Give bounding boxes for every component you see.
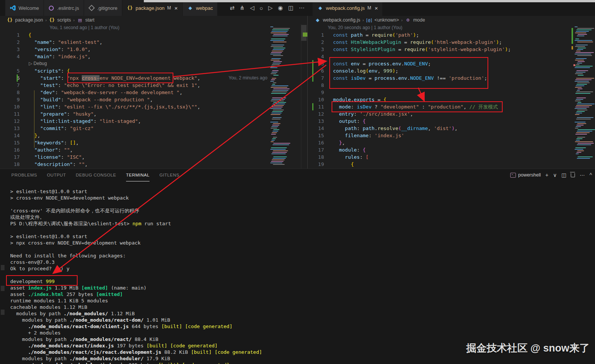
breadcrumb-item[interactable]: mode xyxy=(413,17,425,23)
panel-tab-output[interactable]: OUTPUT xyxy=(47,169,66,181)
tab-webpac[interactable]: ◆webpac xyxy=(183,0,218,16)
tab-welcome[interactable]: Welcome xyxy=(5,0,44,16)
terminal-output[interactable]: > eslient-test@1.0.0 start> cross-env NO… xyxy=(0,181,595,364)
minimap-line xyxy=(575,26,578,27)
panel-tab-debug-console[interactable]: DEBUG CONSOLE xyxy=(76,169,116,181)
code-line[interactable]: 9 "build": "webpack --mode production ", xyxy=(0,96,307,103)
breadcrumb[interactable]: ◆webpack.config.js›[@]<unknown>›⚙mode xyxy=(308,16,595,24)
json-icon: {} xyxy=(7,17,13,23)
text-segment: { xyxy=(363,147,366,153)
minimap-line xyxy=(270,122,278,122)
text-segment: ./node_modules/scheduler/index.js xyxy=(28,362,126,364)
code-line[interactable]: 2const HtmlWebpackPlugin = require('html… xyxy=(308,39,595,46)
new-terminal-icon[interactable]: + xyxy=(545,172,548,178)
code-area[interactable]: You, 1 second ago | 1 author (You)1{2 "n… xyxy=(0,24,307,169)
change-dot-icon[interactable]: ○ xyxy=(260,5,263,11)
tab--gitignore[interactable]: .gitignore xyxy=(84,0,122,16)
code-line[interactable]: 2 "name": "eslient-test", xyxy=(0,39,307,46)
breadcrumb-item[interactable]: scripts xyxy=(57,17,71,23)
code-line[interactable]: 15 "keywords": [], xyxy=(0,139,307,146)
wrench-icon: ⚙ xyxy=(405,17,411,23)
text-segment: { xyxy=(351,161,354,167)
more-actions-icon[interactable]: ⋯ xyxy=(579,172,585,178)
minimap-line xyxy=(273,164,285,165)
tab-webpack-config-js[interactable]: ◆webpack.config.jsM× xyxy=(313,0,383,16)
minimap[interactable] xyxy=(269,24,290,168)
text-segment: "scripts" xyxy=(34,68,61,74)
code-line[interactable]: 11 "prepare": "husky", xyxy=(0,110,307,118)
terminal-line: 'cross-env' 不是内部或外部命令，也不是可运行的程序 xyxy=(10,208,595,214)
terminal-shell-item[interactable]: >_ powershell xyxy=(510,172,541,178)
code-line[interactable]: 1{ xyxy=(0,31,307,39)
panel-tab-problems[interactable]: PROBLEMS xyxy=(11,169,37,181)
scrollbar-track[interactable] xyxy=(301,24,307,169)
split-terminal-icon[interactable]: ◫ xyxy=(561,172,566,178)
minimap[interactable] xyxy=(574,24,595,168)
codelens-debug[interactable]: ▷ Debug xyxy=(0,60,307,67)
code-line[interactable]: 13 output: { xyxy=(308,118,595,125)
code-line[interactable]: 3 "version": "1.0.0", xyxy=(0,46,307,53)
editor-left-package-json[interactable]: {}package.json›{}scripts›▤start You, 1 s… xyxy=(0,16,307,169)
more-actions-icon[interactable]: ⋯ xyxy=(299,5,305,11)
terminal-line: runtime modules 1.1 KiB 5 modules xyxy=(10,297,595,304)
text-segment: ; xyxy=(416,32,419,38)
tab-label: package.json xyxy=(136,5,165,11)
kill-terminal-icon[interactable] xyxy=(571,173,575,177)
code-line[interactable]: 14 path: path.resolve(__dirname, 'dist')… xyxy=(308,125,595,132)
code-line[interactable]: 12 "lint:lint-staged": "lint-staged", xyxy=(0,118,307,125)
code-line[interactable]: 3const StylelintPlugin = require('stylel… xyxy=(308,46,595,53)
breadcrumb-item[interactable]: package.json xyxy=(15,17,43,23)
tab-package-json[interactable]: {}package.jsonM× xyxy=(122,0,182,16)
maximize-panel-icon[interactable]: ^ xyxy=(589,172,592,178)
source-control-graph-icon[interactable]: ⋔ xyxy=(240,5,245,11)
line-number: 1 xyxy=(308,31,324,39)
minimap-line xyxy=(273,82,276,83)
code-line[interactable]: 8 "dev": "webpack-dev-server --mode deve… xyxy=(0,89,307,96)
editor-right-webpack-config[interactable]: ◆webpack.config.js›[@]<unknown>›⚙mode Yo… xyxy=(308,16,595,169)
code-line[interactable]: 13 "commit": "git-cz" xyxy=(0,125,307,132)
code-line[interactable]: 18 rules: [ xyxy=(308,153,595,161)
minimap-line xyxy=(575,60,584,60)
text-segment: : xyxy=(58,104,64,110)
code-line[interactable]: 1const path = require('path'); xyxy=(308,31,595,39)
compare-changes-icon[interactable]: ⇄ xyxy=(230,5,235,11)
panel-tab-terminal[interactable]: TERMINAL xyxy=(126,169,150,181)
terminal-line: 或批处理文件。 xyxy=(10,214,595,220)
close-icon[interactable]: × xyxy=(174,5,178,11)
text-segment: ./node_modules/react-dom/client.js xyxy=(28,324,129,329)
text-segment xyxy=(28,82,40,88)
breadcrumb-item[interactable]: webpack.config.js xyxy=(323,17,360,23)
code-line[interactable]: 9 xyxy=(308,89,595,96)
code-line[interactable]: 16 "author": "", xyxy=(0,146,307,153)
code-line[interactable]: 19 { xyxy=(308,161,595,168)
code-line[interactable]: 17 module: { xyxy=(308,146,595,153)
breadcrumb-item[interactable]: <unknown> xyxy=(374,17,399,23)
code-line[interactable]: 4 "main": "index.js", xyxy=(0,53,307,60)
previous-change-icon[interactable]: ◁ xyxy=(250,5,254,11)
code-line[interactable]: 10 "lint": "eslint --fix \"./src/**/*.{j… xyxy=(0,103,307,110)
minimap-line xyxy=(273,102,286,103)
next-change-icon[interactable]: ▷ xyxy=(268,5,273,11)
code-line[interactable]: 17 "license": "ISC", xyxy=(0,153,307,161)
minimap-line xyxy=(576,113,582,113)
code-line[interactable]: 16 }, xyxy=(308,139,595,146)
code-area[interactable]: You, 20 seconds ago | 1 author (You)1con… xyxy=(308,24,595,169)
text-segment: 'path' xyxy=(395,32,413,38)
run-file-icon[interactable]: ◉ xyxy=(278,5,283,11)
breadcrumb[interactable]: {}package.json›{}scripts›▤start xyxy=(0,16,307,24)
code-line[interactable]: 18 "description": "", xyxy=(0,161,307,168)
split-editor-icon[interactable]: ◫ xyxy=(288,5,293,11)
close-icon[interactable]: × xyxy=(375,5,378,11)
tab--eslintrc-js[interactable]: .eslintrc.js xyxy=(44,0,84,16)
line-number: 15 xyxy=(308,132,324,139)
text-segment: "git-cz" xyxy=(70,125,94,131)
panel-tab-gitlens[interactable]: GITLENS xyxy=(159,169,179,181)
text-segment: , xyxy=(70,147,73,153)
breadcrumb-item[interactable]: start xyxy=(85,17,94,23)
text-segment: , xyxy=(82,154,85,160)
text-segment: "author" xyxy=(34,147,58,153)
launch-profile-dropdown-icon[interactable]: ∨ xyxy=(553,172,557,178)
code-line[interactable]: 15 filename: 'index.js' xyxy=(308,132,595,139)
code-line[interactable]: 14 }, xyxy=(0,132,307,139)
text-segment: asset xyxy=(10,291,28,297)
